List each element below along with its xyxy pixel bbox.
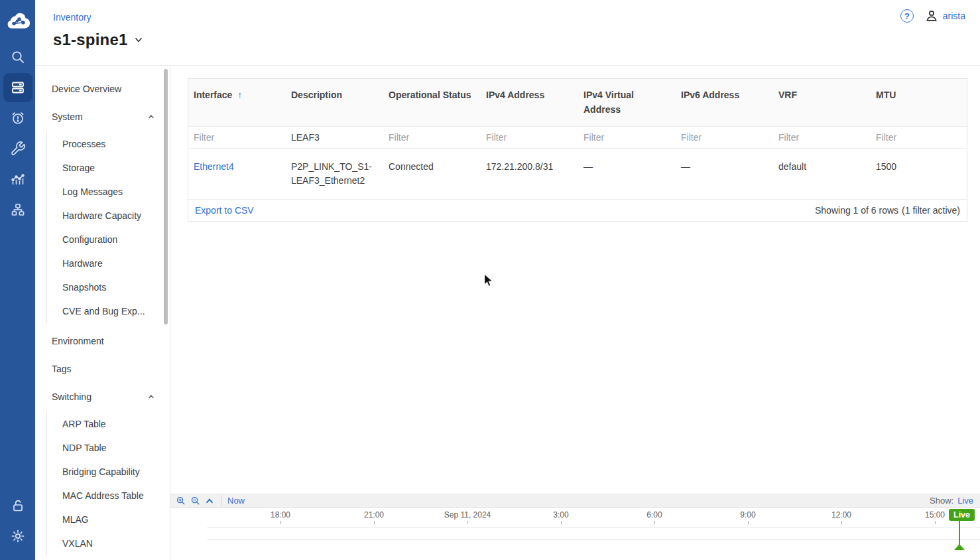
page-title: s1-spine1 (53, 31, 128, 49)
interfaces-table: Interface↑ Description Operational Statu… (188, 78, 967, 222)
rows-summary: Showing 1 of 6 rows (1 filter active) (815, 205, 960, 216)
nav-item-label: Environment (52, 336, 104, 346)
tick-mark (748, 521, 749, 524)
nav-item-environment[interactable]: Environment (35, 327, 170, 355)
filter-input-description[interactable] (291, 132, 378, 143)
nav-group-switching[interactable]: Switching (35, 383, 170, 411)
filter-input-interface[interactable] (194, 132, 280, 143)
column-header-ipv6-address[interactable]: IPv6 Address (676, 79, 773, 126)
nav-item-hardware[interactable]: Hardware (47, 251, 170, 275)
tick-label: 6:00 (646, 510, 662, 520)
sort-ascending-icon[interactable]: ↑ (237, 90, 242, 100)
nav-item-configuration[interactable]: Configuration (47, 228, 170, 251)
live-marker-triangle[interactable] (954, 544, 965, 550)
column-header-vrf[interactable]: VRF (773, 79, 871, 126)
username: arista (943, 11, 965, 21)
nav-scrollbar-thumb[interactable] (164, 69, 168, 324)
tick-label: 21:00 (364, 510, 384, 520)
collapse-timeline-icon[interactable] (205, 496, 214, 506)
filter-input-vrf[interactable] (778, 132, 865, 143)
nav-group-label: Switching (52, 391, 92, 402)
main-content: Interface↑ Description Operational Statu… (170, 66, 980, 494)
nav-item-label: Device Overview (52, 84, 121, 94)
column-header-ipv4-address[interactable]: IPv4 Address (481, 79, 578, 126)
user-icon (924, 9, 939, 23)
filter-input-ipv6-address[interactable] (681, 132, 768, 143)
tick-label: 3:00 (553, 510, 568, 520)
cell-vrf: default (773, 149, 871, 199)
nav-item-bridging-capability[interactable]: Bridging Capability (47, 460, 170, 484)
nav-item-tags[interactable]: Tags (35, 355, 170, 383)
nav-group-system[interactable]: System (35, 103, 170, 131)
nav-item-log-messages[interactable]: Log Messages (47, 180, 170, 204)
nav-item-cve-bug-exposure[interactable]: CVE and Bug Exp... (47, 299, 170, 323)
filter-input-ipv4-address[interactable] (486, 132, 573, 143)
help-icon[interactable]: ? (900, 9, 914, 23)
zoom-out-icon[interactable] (190, 496, 200, 506)
filter-input-operational-status[interactable] (389, 132, 475, 143)
cell-ipv4-address: 172.21.200.8/31 (481, 149, 578, 199)
nav-item-storage[interactable]: Storage (47, 156, 170, 180)
toolbar-divider (221, 496, 221, 506)
cell-ipv6-address: — (676, 149, 773, 199)
table-header-row: Interface↑ Description Operational Statu… (188, 79, 967, 127)
cloudvision-logo-icon[interactable] (6, 11, 30, 29)
export-csv-link[interactable]: Export to CSV (195, 205, 254, 216)
tick-label: Sep 11, 2024 (444, 510, 491, 520)
nav-item-mac-address-table[interactable]: MAC Address Table (47, 484, 170, 508)
show-mode-selector[interactable]: Live (957, 496, 973, 506)
provisioning-icon[interactable] (3, 134, 32, 163)
lock-icon[interactable] (3, 491, 32, 520)
user-menu[interactable]: arista (924, 9, 965, 23)
rows-count-text: Showing 1 of 6 rows (815, 205, 898, 216)
timeline-gridline (207, 527, 980, 528)
nav-item-snapshots[interactable]: Snapshots (47, 275, 170, 299)
nav-item-processes[interactable]: Processes (47, 132, 170, 156)
nav-item-hardware-capacity[interactable]: Hardware Capacity (47, 204, 170, 228)
filter-input-mtu[interactable] (876, 132, 961, 143)
show-label: Show: (930, 496, 953, 506)
column-header-description[interactable]: Description (286, 79, 383, 126)
table-footer: Export to CSV Showing 1 of 6 rows (1 fil… (188, 200, 967, 221)
app-icon-rail (0, 0, 35, 560)
tick-mark (280, 521, 281, 524)
cell-description: P2P_LINK_TO_S1-LEAF3_Ethernet2 (286, 149, 383, 199)
tick-label: 15:00 (925, 510, 945, 520)
time-scrubber: Now Show: Live 18:00 21:00 Sep 11, 2024 … (170, 494, 980, 560)
column-label: Interface (194, 90, 232, 100)
tick-mark (935, 521, 936, 524)
live-marker-badge[interactable]: Live (949, 509, 975, 521)
timeline-axis[interactable]: 18:00 21:00 Sep 11, 2024 3:00 6:00 9:00 … (170, 508, 980, 559)
topology-icon[interactable] (3, 195, 32, 224)
nav-item-device-overview[interactable]: Device Overview (35, 75, 170, 103)
cell-mtu: 1500 (871, 149, 967, 199)
search-icon[interactable] (3, 42, 32, 72)
column-header-mtu[interactable]: MTU (871, 79, 967, 126)
interface-link[interactable]: Ethernet4 (194, 161, 234, 172)
settings-gear-icon[interactable] (3, 522, 32, 551)
zoom-in-icon[interactable] (176, 496, 186, 506)
tick-label: 12:00 (831, 510, 851, 520)
timeline-gridline (207, 539, 980, 540)
live-marker-line[interactable] (959, 520, 960, 545)
breadcrumb[interactable]: Inventory (53, 12, 92, 23)
metrics-icon[interactable] (3, 165, 32, 194)
column-header-interface[interactable]: Interface↑ (188, 79, 286, 126)
nav-sublist-system: Processes Storage Log Messages Hardware … (46, 132, 170, 323)
nav-item-vxlan[interactable]: VXLAN (47, 531, 170, 555)
tick-mark (561, 521, 562, 524)
table-filter-row (188, 127, 967, 149)
column-header-ipv4-virtual-address[interactable]: IPv4 Virtual Address (578, 79, 676, 126)
filter-input-ipv4-virtual-address[interactable] (583, 132, 670, 143)
tick-label: 18:00 (271, 510, 290, 520)
nav-item-arp-table[interactable]: ARP Table (47, 412, 170, 436)
tick-mark (374, 521, 375, 524)
nav-item-mlag[interactable]: MLAG (47, 508, 170, 531)
page-header: Inventory s1-spine1 ? arista (35, 0, 980, 66)
nav-item-ndp-table[interactable]: NDP Table (47, 436, 170, 460)
devices-icon[interactable] (3, 73, 32, 102)
now-button[interactable]: Now (227, 496, 245, 506)
device-title-dropdown[interactable]: s1-spine1 (53, 31, 144, 49)
column-header-operational-status[interactable]: Operational Status (383, 79, 481, 126)
events-icon[interactable] (3, 104, 32, 133)
